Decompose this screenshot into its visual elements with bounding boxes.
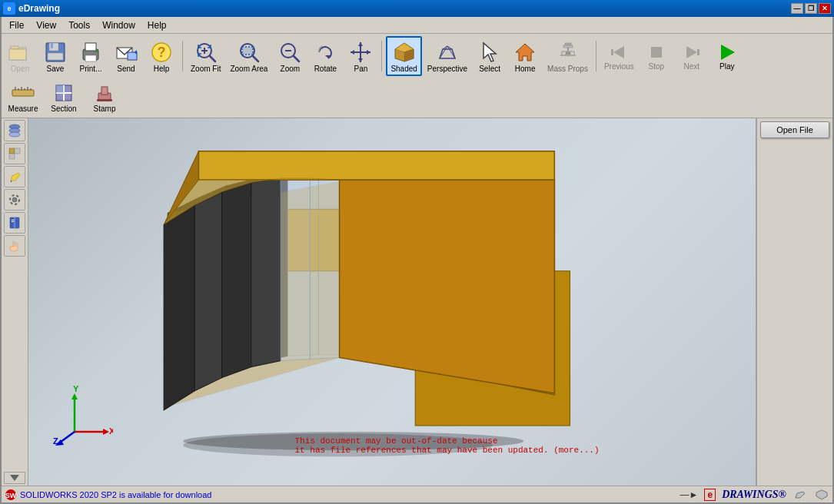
svg-marker-110 bbox=[71, 393, 78, 400]
left-sidebar bbox=[2, 118, 28, 486]
svg-marker-77 bbox=[11, 173, 20, 181]
home-button[interactable]: Home bbox=[508, 36, 542, 76]
svg-marker-30 bbox=[358, 58, 363, 62]
measure-button[interactable]: Measure bbox=[3, 78, 43, 115]
sidebar-expand-button[interactable] bbox=[4, 472, 25, 484]
section-button[interactable]: Section bbox=[44, 78, 84, 115]
zoom-fit-label: Zoom Fit bbox=[191, 65, 221, 73]
print-button[interactable]: Print... bbox=[74, 36, 108, 76]
svg-rect-5 bbox=[51, 43, 53, 48]
stop-label: Stop bbox=[649, 63, 665, 71]
zoom-fit-button[interactable]: Zoom Fit bbox=[187, 36, 224, 76]
next-icon bbox=[681, 41, 703, 63]
menu-bar: File View Tools Window Help bbox=[2, 17, 832, 34]
next-button[interactable]: Next bbox=[675, 36, 709, 76]
svg-marker-32 bbox=[367, 50, 370, 55]
toolbar-area: Open Save bbox=[2, 34, 832, 118]
solidworks-icon: SW bbox=[5, 489, 17, 501]
svg-rect-69 bbox=[101, 87, 108, 94]
play-button[interactable]: Play bbox=[710, 36, 744, 76]
svg-rect-44 bbox=[563, 45, 573, 48]
perspective-button[interactable]: Perspective bbox=[424, 36, 471, 76]
svg-rect-12 bbox=[128, 52, 137, 60]
svg-text:SW: SW bbox=[5, 492, 17, 499]
svg-marker-36 bbox=[440, 49, 455, 58]
mass-props-button[interactable]: Mass Props bbox=[543, 36, 592, 76]
solidworks-update-link[interactable]: SW SOLIDWORKS 2020 SP2 is available for … bbox=[5, 489, 211, 501]
svg-rect-53 bbox=[651, 47, 662, 58]
minimize-button[interactable]: — bbox=[791, 3, 803, 14]
svg-rect-67 bbox=[56, 85, 64, 93]
select-button[interactable]: Select bbox=[473, 36, 507, 76]
sidebar-parts-button[interactable] bbox=[4, 143, 25, 164]
previous-icon bbox=[608, 41, 630, 63]
open-label: Open bbox=[11, 65, 29, 73]
stamp-label: Stamp bbox=[94, 105, 116, 113]
stop-button[interactable]: Stop bbox=[640, 36, 673, 76]
mass-props-icon bbox=[556, 40, 580, 65]
menu-help[interactable]: Help bbox=[141, 18, 173, 32]
open-button[interactable]: Open bbox=[3, 36, 37, 76]
title-bar: e eDrawing — ❐ ✕ bbox=[0, 0, 834, 17]
pan-icon bbox=[348, 40, 373, 65]
open-file-button[interactable]: Open File bbox=[760, 121, 829, 138]
close-button[interactable]: ✕ bbox=[819, 3, 831, 14]
svg-rect-4 bbox=[49, 43, 58, 51]
viewport[interactable]: Y X Z This document may be out-of-date b… bbox=[28, 118, 756, 486]
sidebar-settings-button[interactable] bbox=[4, 189, 25, 211]
save-button[interactable]: Save bbox=[38, 36, 72, 76]
stamp-button[interactable]: Stamp bbox=[85, 78, 125, 115]
svg-rect-6 bbox=[48, 53, 63, 60]
home-icon bbox=[513, 40, 537, 65]
menu-file[interactable]: File bbox=[3, 18, 30, 32]
send-button[interactable]: Send bbox=[109, 36, 143, 76]
e-logo: e bbox=[704, 489, 716, 501]
svg-rect-9 bbox=[85, 55, 96, 61]
svg-rect-10 bbox=[95, 51, 98, 52]
restore-button[interactable]: ❐ bbox=[805, 3, 817, 14]
save-icon bbox=[43, 40, 68, 65]
sidebar-book-button[interactable] bbox=[4, 212, 25, 234]
status-bar: SW SOLIDWORKS 2020 SP2 is available for … bbox=[2, 486, 832, 502]
svg-rect-74 bbox=[9, 148, 15, 154]
svg-rect-70 bbox=[97, 99, 112, 101]
sidebar-layers-button[interactable] bbox=[4, 120, 25, 141]
menu-view[interactable]: View bbox=[30, 18, 62, 32]
menu-tools[interactable]: Tools bbox=[62, 18, 96, 32]
sidebar-hand-button[interactable] bbox=[4, 235, 25, 257]
svg-line-37 bbox=[440, 46, 447, 58]
svg-marker-42 bbox=[516, 44, 534, 61]
home-label: Home bbox=[515, 65, 536, 73]
sidebar-pencil-button[interactable] bbox=[4, 166, 25, 187]
status-line-2: it has file references that may have bee… bbox=[294, 446, 599, 455]
stamp-icon bbox=[92, 81, 117, 104]
svg-marker-85 bbox=[10, 475, 19, 481]
help-button[interactable]: ? Help bbox=[145, 36, 178, 76]
send-icon bbox=[114, 40, 138, 65]
zoom-area-button[interactable]: Zoom Area bbox=[226, 36, 271, 76]
menu-window[interactable]: Window bbox=[96, 18, 141, 32]
separator-3 bbox=[596, 41, 596, 71]
mass-props-label: Mass Props bbox=[547, 65, 588, 73]
section-icon bbox=[52, 81, 76, 104]
main-window: File View Tools Window Help Open bbox=[0, 17, 834, 504]
svg-text:X: X bbox=[109, 426, 113, 436]
axis-indicator: Y X Z bbox=[52, 386, 113, 447]
previous-button[interactable]: Previous bbox=[600, 36, 638, 76]
rotate-button[interactable]: Rotate bbox=[308, 36, 342, 76]
svg-line-78 bbox=[11, 181, 12, 182]
pan-button[interactable]: Pan bbox=[344, 36, 377, 76]
drawings-text: DRAWINGS® bbox=[722, 489, 786, 501]
shaded-button[interactable]: Shaded bbox=[386, 36, 421, 76]
zoom-label: Zoom bbox=[281, 65, 301, 73]
zoom-button[interactable]: Zoom bbox=[273, 36, 307, 76]
section-label: Section bbox=[51, 105, 76, 113]
stop-icon bbox=[646, 41, 667, 63]
app-icon: e bbox=[3, 2, 15, 15]
svg-rect-8 bbox=[85, 43, 96, 51]
svg-marker-52 bbox=[613, 46, 624, 58]
separator-2 bbox=[381, 41, 382, 71]
shaded-icon bbox=[392, 40, 417, 65]
svg-rect-1 bbox=[11, 46, 18, 49]
svg-rect-51 bbox=[611, 49, 613, 55]
